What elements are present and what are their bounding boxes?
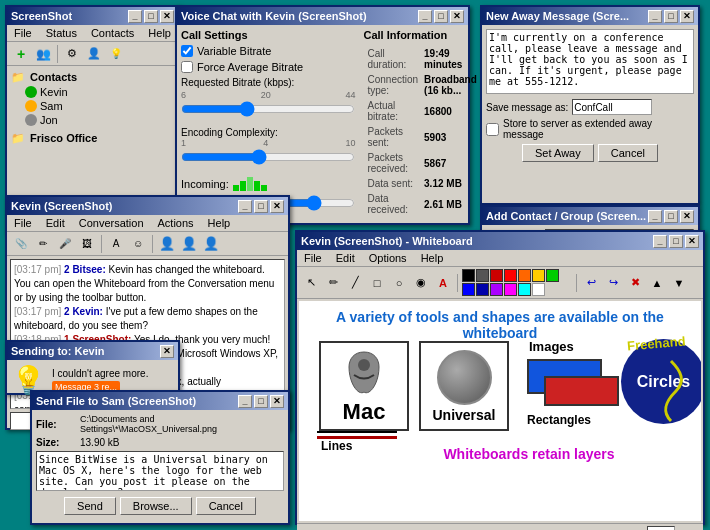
save-as-input[interactable] xyxy=(572,99,652,115)
pointer-tool[interactable]: ↖ xyxy=(301,273,321,292)
color-white[interactable] xyxy=(532,283,545,296)
away-message-input[interactable]: I'm currently on a conference call, plea… xyxy=(486,29,694,94)
whiteboard-canvas[interactable]: A variety of tools and shapes are availa… xyxy=(299,301,701,521)
fill-tool[interactable]: ◉ xyxy=(411,273,431,292)
voice-title-bar[interactable]: Voice Chat with Kevin (ScreenShot) _ □ ✕ xyxy=(177,7,468,25)
bar1 xyxy=(233,185,239,191)
add-contact-btn[interactable]: + xyxy=(11,44,31,63)
color-cyan[interactable] xyxy=(518,283,531,296)
color-navy[interactable] xyxy=(476,283,489,296)
cancel-button[interactable]: Cancel xyxy=(598,144,658,162)
maximize-button[interactable]: □ xyxy=(144,10,158,23)
close-btn[interactable]: ✕ xyxy=(685,235,699,248)
maximize-btn[interactable]: □ xyxy=(664,10,678,23)
preferences-btn[interactable]: ⚙ xyxy=(62,44,82,63)
sendfile-title-bar[interactable]: Send File to Sam (ScreenShot) _ □ ✕ xyxy=(32,392,288,410)
maximize-btn[interactable]: □ xyxy=(254,200,268,213)
circle-tool[interactable]: ○ xyxy=(389,273,409,292)
whiteboard-tool[interactable]: ✏ xyxy=(33,234,53,253)
addcontact-title-bar[interactable]: Add Contact / Group (Screen... _ □ ✕ xyxy=(482,207,698,225)
redo-tool[interactable]: ↪ xyxy=(603,273,623,292)
smiley-tool[interactable]: ☺ xyxy=(128,234,148,253)
universal-shape[interactable]: Universal xyxy=(419,341,509,431)
contact-sam[interactable]: Sam xyxy=(11,99,174,113)
menu-options[interactable]: Options xyxy=(366,251,410,265)
screenshot-title-bar[interactable]: ScreenShot _ □ ✕ xyxy=(7,7,178,25)
close-btn[interactable]: ✕ xyxy=(680,10,694,23)
store-checkbox[interactable] xyxy=(486,123,499,136)
minimize-btn[interactable]: _ xyxy=(648,210,662,223)
close-btn[interactable]: ✕ xyxy=(270,200,284,213)
maximize-btn[interactable]: □ xyxy=(669,235,683,248)
menu-status[interactable]: Status xyxy=(43,26,80,40)
minimize-btn[interactable]: _ xyxy=(418,10,432,23)
variable-bitrate-checkbox[interactable] xyxy=(181,45,193,57)
menu-file[interactable]: File xyxy=(301,251,325,265)
text-tool[interactable]: A xyxy=(433,273,453,292)
minimize-btn[interactable]: _ xyxy=(238,395,252,408)
sending-title-bar[interactable]: Sending to: Kevin ✕ xyxy=(7,342,178,360)
color-gray[interactable] xyxy=(476,269,489,282)
close-btn[interactable]: ✕ xyxy=(270,395,284,408)
minimize-btn[interactable]: _ xyxy=(653,235,667,248)
down-tool[interactable]: ▼ xyxy=(669,273,689,292)
color-yellow[interactable] xyxy=(532,269,545,282)
up-tool[interactable]: ▲ xyxy=(647,273,667,292)
minimize-btn[interactable]: _ xyxy=(238,200,252,213)
menu-file[interactable]: File xyxy=(11,26,35,40)
close-button[interactable]: ✕ xyxy=(160,10,174,23)
delete-tool[interactable]: ✖ xyxy=(625,273,645,292)
bitrate-slider[interactable] xyxy=(181,101,355,117)
menu-edit[interactable]: Edit xyxy=(333,251,358,265)
color-red[interactable] xyxy=(504,269,517,282)
whiteboard-title-bar[interactable]: Kevin (ScreenShot) - Whiteboard _ □ ✕ xyxy=(297,232,703,250)
color-black[interactable] xyxy=(462,269,475,282)
close-btn[interactable]: ✕ xyxy=(680,210,694,223)
menu-edit[interactable]: Edit xyxy=(43,216,68,230)
voice-tool[interactable]: 🎤 xyxy=(55,234,75,253)
menu-help[interactable]: Help xyxy=(418,251,447,265)
menu-help[interactable]: Help xyxy=(205,216,234,230)
menu-help[interactable]: Help xyxy=(145,26,174,40)
maximize-btn[interactable]: □ xyxy=(434,10,448,23)
send-button[interactable]: Send xyxy=(64,497,116,515)
image-tool[interactable]: 🖼 xyxy=(77,234,97,253)
color-purple[interactable] xyxy=(490,283,503,296)
menu-contacts[interactable]: Contacts xyxy=(88,26,137,40)
rect-tool[interactable]: □ xyxy=(367,273,387,292)
minimize-btn[interactable]: _ xyxy=(648,10,662,23)
pen-tool[interactable]: ✏ xyxy=(323,273,343,292)
set-away-button[interactable]: Set Away xyxy=(522,144,594,162)
color-magenta[interactable] xyxy=(504,283,517,296)
mac-shape[interactable]: Mac xyxy=(319,341,409,431)
contact-jon[interactable]: Jon xyxy=(11,113,174,127)
status-btn[interactable]: 💡 xyxy=(106,44,126,63)
minimize-button[interactable]: _ xyxy=(128,10,142,23)
color-blue[interactable] xyxy=(462,283,475,296)
maximize-btn[interactable]: □ xyxy=(254,395,268,408)
color-darkred[interactable] xyxy=(490,269,503,282)
contact-kevin[interactable]: Kevin xyxy=(11,85,174,99)
close-btn[interactable]: ✕ xyxy=(160,345,174,358)
profile-btn[interactable]: 👤 xyxy=(84,44,104,63)
complexity-slider[interactable] xyxy=(181,149,355,165)
menu-actions[interactable]: Actions xyxy=(155,216,197,230)
color-orange[interactable] xyxy=(518,269,531,282)
kevin-title-bar[interactable]: Kevin (ScreenShot) _ □ ✕ xyxy=(7,197,288,215)
file-message-input[interactable]: Since BitWise is a Universal binary on M… xyxy=(36,451,284,491)
cancel-button[interactable]: Cancel xyxy=(196,497,256,515)
add-group-btn[interactable]: 👥 xyxy=(33,44,53,63)
force-avg-checkbox[interactable] xyxy=(181,61,193,73)
line-tool[interactable]: ╱ xyxy=(345,273,365,292)
color-green[interactable] xyxy=(546,269,559,282)
close-btn[interactable]: ✕ xyxy=(450,10,464,23)
send-file-tool[interactable]: 📎 xyxy=(11,234,31,253)
font-tool[interactable]: A xyxy=(106,234,126,253)
menu-file[interactable]: File xyxy=(11,216,35,230)
menu-conversation[interactable]: Conversation xyxy=(76,216,147,230)
away-title-bar[interactable]: New Away Message (Scre... _ □ ✕ xyxy=(482,7,698,25)
maximize-btn[interactable]: □ xyxy=(664,210,678,223)
browse-button[interactable]: Browse... xyxy=(120,497,192,515)
page-number-input[interactable] xyxy=(647,526,675,530)
undo-tool[interactable]: ↩ xyxy=(581,273,601,292)
